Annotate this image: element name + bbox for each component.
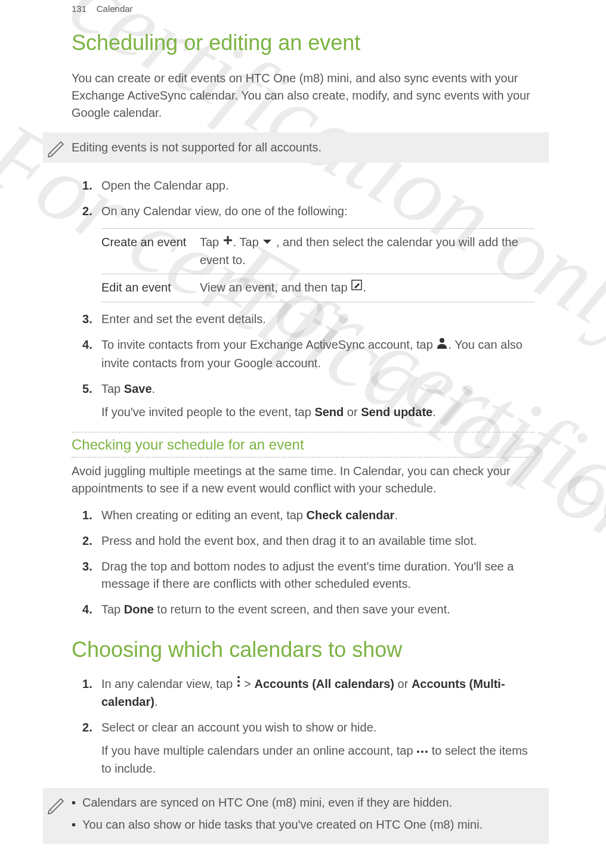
text: Tap: [200, 235, 222, 249]
person-icon: [436, 336, 448, 354]
step-5-sub: If you've invited people to the event, t…: [101, 404, 534, 421]
text: or: [394, 677, 412, 690]
row-value: Tap . Tap , and then select the calendar…: [200, 234, 534, 269]
text: .: [432, 405, 436, 418]
svg-point-7: [237, 684, 240, 687]
text: Tap: [101, 382, 124, 395]
text: When creating or editing an event, tap: [101, 509, 307, 522]
text: In any calendar view, tap: [101, 677, 236, 690]
step-2: Press and hold the event box, and then d…: [82, 532, 534, 550]
steps-list-1: Open the Calendar app. On any Calendar v…: [82, 177, 534, 421]
tip-item: Calendars are synced on HTC One (m8) min…: [72, 794, 537, 811]
send-update-label: Send update: [361, 405, 432, 418]
step-5: Tap Save. If you've invited people to th…: [82, 380, 534, 421]
check-calendar-label: Check calendar: [307, 509, 395, 522]
step-3: Drag the top and bottom nodes to adjust …: [82, 558, 534, 593]
pencil-icon: [47, 138, 67, 162]
intro-text-2: Avoid juggling multiple meetings at the …: [72, 463, 534, 497]
svg-point-4: [440, 338, 444, 343]
text: .: [152, 382, 156, 395]
text: . Tap: [233, 235, 262, 249]
text: Select or clear an account you wish to s…: [101, 721, 376, 734]
text: .: [394, 509, 398, 522]
step-4: Tap Done to return to the event screen, …: [82, 601, 534, 618]
pencil-icon: [47, 795, 67, 818]
page-number: 131: [72, 4, 86, 14]
table-row: Create an event Tap . Tap , and then sel…: [101, 228, 534, 274]
note-text: Editing events is not supported for all …: [72, 141, 321, 154]
step-2-text: On any Calendar view, do one of the foll…: [101, 204, 347, 218]
save-label: Save: [124, 382, 152, 395]
menu-icon: [236, 675, 241, 692]
steps-list-3: In any calendar view, tap > Accounts (Al…: [82, 675, 534, 777]
text: >: [241, 677, 255, 690]
edit-icon: [351, 278, 363, 296]
send-label: Send: [314, 405, 344, 418]
text: Tap: [101, 603, 124, 616]
text: To invite contacts from your Exchange Ac…: [101, 338, 436, 351]
steps-list-2: When creating or editing an event, tap C…: [82, 507, 534, 618]
note-box: Editing events is not supported for all …: [43, 132, 549, 163]
heading-scheduling: Scheduling or editing an event: [72, 30, 534, 55]
text: If you've invited people to the event, t…: [101, 405, 314, 418]
svg-point-8: [417, 751, 419, 753]
tips-box: Calendars are synced on HTC One (m8) min…: [43, 788, 549, 844]
text: or: [344, 405, 361, 418]
done-label: Done: [124, 603, 154, 616]
row-value: View an event, and then tap .: [200, 279, 534, 297]
svg-point-10: [425, 751, 428, 753]
svg-point-6: [237, 680, 240, 683]
text: .: [363, 281, 366, 294]
event-options-table: Create an event Tap . Tap , and then sel…: [101, 228, 534, 302]
svg-line-11: [50, 810, 52, 812]
heading-checking: Checking your schedule for an event: [72, 432, 534, 458]
page-header: 131 Calendar: [72, 4, 534, 14]
text: .: [154, 695, 158, 708]
row-label: Edit an event: [101, 279, 200, 297]
step-1: When creating or editing an event, tap C…: [82, 507, 534, 524]
table-row: Edit an event View an event, and then ta…: [101, 274, 534, 302]
section-name: Calendar: [97, 4, 133, 14]
svg-point-5: [237, 676, 240, 678]
plus-icon: [222, 233, 233, 250]
svg-point-9: [421, 751, 423, 753]
svg-line-0: [50, 153, 52, 155]
step-3: Enter and set the event details.: [82, 311, 534, 328]
text: View an event, and then tap: [200, 281, 351, 294]
step-1: In any calendar view, tap > Accounts (Al…: [82, 675, 534, 711]
step-2-sub: If you have multiple calendars under an …: [101, 742, 534, 777]
text: to return to the event screen, and then …: [154, 603, 450, 616]
intro-text: You can create or edit events on HTC One…: [72, 70, 534, 122]
step-4: To invite contacts from your Exchange Ac…: [82, 336, 534, 371]
row-label: Create an event: [101, 234, 200, 269]
accounts-all-label: Accounts (All calendars): [255, 677, 395, 690]
dropdown-icon: [262, 233, 273, 250]
heading-choosing: Choosing which calendars to show: [72, 637, 534, 662]
step-2: Select or clear an account you wish to s…: [82, 719, 534, 777]
text: If you have multiple calendars under an …: [101, 744, 416, 757]
step-1: Open the Calendar app.: [82, 177, 534, 194]
more-dots-icon: [416, 742, 428, 759]
tip-item: You can also show or hide tasks that you…: [72, 816, 537, 833]
step-2: On any Calendar view, do one of the foll…: [82, 203, 534, 302]
